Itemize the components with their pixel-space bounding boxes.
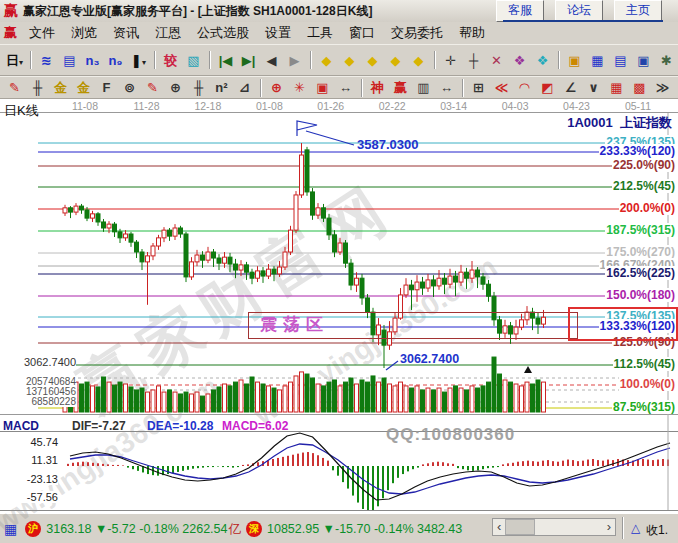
customer-service-button[interactable]: 客服 <box>496 0 544 22</box>
toolbar-separator <box>209 51 210 69</box>
save-icon[interactable]: ▣ <box>633 51 654 70</box>
symbol-label: 1A0001 上证指数 <box>567 114 672 132</box>
arc-box-icon[interactable]: ◠ <box>514 78 535 97</box>
macd-hist-bar <box>502 464 504 466</box>
prev-page-icon[interactable]: ◀ <box>261 51 282 70</box>
slant-lines-icon[interactable]: ≫ <box>652 78 673 97</box>
toolbar-separator <box>30 51 31 69</box>
candle-style-button[interactable]: ❚▾ <box>128 51 149 70</box>
menu-item-browse-menu[interactable]: 浏览 <box>63 23 105 43</box>
gann-level-label: 162.5%(225) <box>605 266 676 280</box>
macd-hist-bar <box>422 464 424 466</box>
ratio-lines-icon[interactable]: ╫ <box>188 78 209 97</box>
red-grid2-icon[interactable]: ▩ <box>629 78 650 97</box>
shift-right-icon[interactable]: ◆ <box>339 51 360 70</box>
full-view-icon[interactable]: ◆ <box>408 51 429 70</box>
span-measure-icon[interactable]: ↔ <box>436 78 457 97</box>
shift-left-icon[interactable]: ◆ <box>316 51 337 70</box>
app-window: 赢 赢家江恩专业版[赢家服务平台] - [上证指数 SH1A0001-128日K… <box>0 0 678 543</box>
menu-item-help-menu[interactable]: 帮助 <box>451 23 493 43</box>
last-page-icon[interactable]: ▶| <box>238 51 259 70</box>
scroll-left-arrow[interactable]: ‹ <box>493 520 505 534</box>
volume-bar <box>113 385 117 412</box>
n2-icon[interactable]: n² <box>211 78 232 97</box>
menu-item-window-menu[interactable]: 窗口 <box>341 23 383 43</box>
calendar-icon[interactable]: ▦ <box>4 521 17 537</box>
shanghai-market-icon[interactable]: 沪 <box>25 521 41 537</box>
scroll-right-arrow[interactable]: › <box>603 520 615 534</box>
menu-item-tools-menu[interactable]: 工具 <box>299 23 341 43</box>
angle-flag-icon[interactable]: ⊿ <box>234 78 255 97</box>
volume-bar <box>289 382 293 412</box>
macd-hist-bar <box>247 464 249 466</box>
period-day-button[interactable]: 日▾ <box>4 51 25 70</box>
volume-bar <box>173 392 177 412</box>
angle-lines-icon[interactable]: ∠ <box>560 78 581 97</box>
chart-area[interactable]: 赢家财富网 www.yingjia360.com www.yingjia360.… <box>0 99 678 513</box>
candle-body <box>118 232 122 238</box>
volume-bar <box>151 390 155 412</box>
first-page-icon[interactable]: |◀ <box>215 51 236 70</box>
draw-pen-icon[interactable]: ✎ <box>4 78 25 97</box>
cross-cursor-icon[interactable]: ┼ <box>463 51 484 70</box>
brain-tool-icon[interactable]: ❖ <box>532 51 553 70</box>
vee-lines-icon[interactable]: ∨ <box>583 78 604 97</box>
flower-tool-icon[interactable]: ❖ <box>509 51 530 70</box>
star-burst-icon[interactable]: ✳ <box>289 78 310 97</box>
square-grid-icon[interactable]: ▣ <box>312 78 333 97</box>
fibo-icon[interactable]: F <box>96 78 117 97</box>
self-select-icon[interactable]: ≋ <box>36 51 57 70</box>
candle-body <box>256 271 260 278</box>
menu-item-gann-menu[interactable]: 江恩 <box>147 23 189 43</box>
volume-bar <box>201 396 205 412</box>
home-button[interactable]: 主页 <box>614 0 662 22</box>
ruler-icon[interactable]: ▥ <box>413 78 434 97</box>
macd-hist-bar <box>532 461 534 466</box>
horizontal-scrollbar[interactable]: ‹ › <box>492 518 616 536</box>
volume-bar <box>388 384 392 412</box>
notes-icon[interactable]: ▤ <box>610 51 631 70</box>
shenzhen-market-icon[interactable]: 深 <box>246 521 262 537</box>
compare-icon[interactable]: 较 <box>160 51 181 70</box>
macd-indicator-label[interactable]: MACD <box>3 419 39 433</box>
fan-lines-icon[interactable]: ≪ <box>491 78 512 97</box>
erase-tool-icon[interactable]: ✕ <box>486 51 507 70</box>
red-grid-icon[interactable]: ▦ <box>606 78 627 97</box>
menu-item-formula-pick-menu[interactable]: 公式选股 <box>189 23 257 43</box>
menu-item-settings-menu[interactable]: 设置 <box>257 23 299 43</box>
forum-button[interactable]: 论坛 <box>555 0 603 22</box>
next-page-icon[interactable]: ▶ <box>284 51 305 70</box>
kline-9-icon[interactable]: n₉ <box>105 51 126 70</box>
settings-icon[interactable]: ✱ <box>656 51 677 70</box>
calculator-icon[interactable]: ▦ <box>587 51 608 70</box>
hand-tool-icon[interactable]: ✛ <box>440 51 461 70</box>
spiral-icon[interactable]: ⊚ <box>119 78 140 97</box>
gold-ratio-icon[interactable]: 金 <box>50 78 71 97</box>
width-measure-icon[interactable]: ↔ <box>335 78 356 97</box>
menu-item-news-menu[interactable]: 资讯 <box>105 23 147 43</box>
macd-hist-bar <box>512 463 514 466</box>
draw-pen2-icon[interactable]: ✎ <box>142 78 163 97</box>
shen-tool-icon[interactable]: 神 <box>367 78 388 97</box>
calendar-21-icon[interactable]: ▣ <box>564 51 585 70</box>
ray-box-icon[interactable]: ◩ <box>537 78 558 97</box>
gold-section-icon[interactable]: 金 <box>73 78 94 97</box>
macd-hist-bar <box>102 464 104 466</box>
frame-icon[interactable]: ⊞ <box>468 78 489 97</box>
menu-item-trade-order-menu[interactable]: 交易委托 <box>383 23 451 43</box>
color-trend-icon[interactable]: ▧ <box>183 51 204 70</box>
target-icon[interactable]: ⊕ <box>266 78 287 97</box>
scrollbar-thumb[interactable] <box>505 519 535 535</box>
info-panel-icon[interactable]: ▤ <box>59 51 80 70</box>
menu-item-file-menu[interactable]: 文件 <box>21 23 63 43</box>
kline-3-icon[interactable]: n₃ <box>82 51 103 70</box>
macd-hist-bar <box>182 466 184 471</box>
gann-wheel-icon[interactable]: ⊕ <box>165 78 186 97</box>
macd-hist-bar <box>77 462 79 466</box>
compress-icon[interactable]: ◆ <box>362 51 383 70</box>
macd-hist-bar <box>637 460 639 466</box>
expand-icon[interactable]: ◆ <box>385 51 406 70</box>
volume-bar <box>498 374 502 412</box>
ying-tool-icon[interactable]: 赢 <box>390 78 411 97</box>
gann-grid-icon[interactable]: ╫ <box>27 78 48 97</box>
